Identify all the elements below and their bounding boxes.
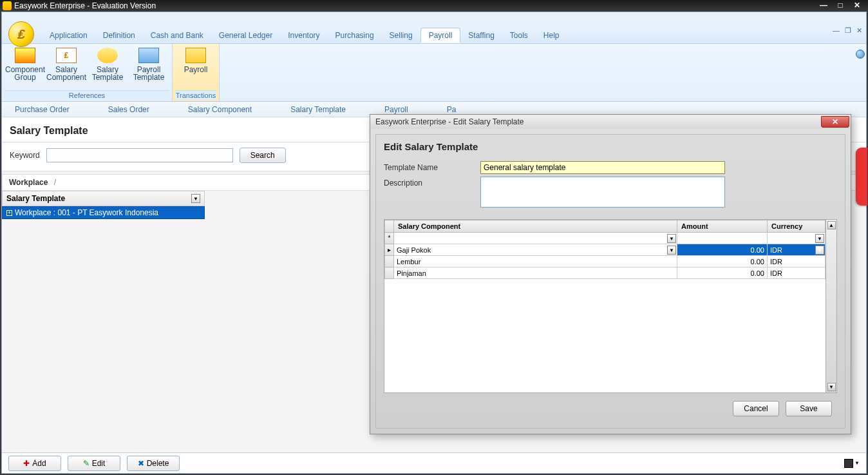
delete-button[interactable]: ✖Delete bbox=[127, 456, 180, 471]
edit-salary-template-dialog: Easywork Enterprise - Edit Salary Templa… bbox=[370, 114, 851, 434]
menu-purchasing[interactable]: Purchasing bbox=[328, 28, 382, 43]
chevron-down-icon[interactable]: ▼ bbox=[667, 234, 676, 243]
cell-amount[interactable]: 0.00 bbox=[677, 244, 768, 256]
grid-row[interactable]: Pinjaman0.00IDR bbox=[385, 267, 826, 279]
cell-component[interactable]: Pinjaman bbox=[394, 267, 677, 279]
ribbon-group-label: Transactions bbox=[175, 90, 216, 100]
template-name-label: Template Name bbox=[384, 161, 480, 172]
tree-row-label: Workplace : 001 - PT Easywork Indonesia bbox=[15, 208, 158, 217]
keyword-label: Keyword bbox=[10, 151, 40, 160]
cell-currency[interactable]: IDR bbox=[768, 267, 826, 279]
chevron-down-icon[interactable]: ▼ bbox=[191, 194, 200, 203]
expand-icon[interactable]: + bbox=[6, 210, 12, 216]
minimize-button[interactable]: — bbox=[815, 1, 832, 11]
disk-icon bbox=[844, 459, 853, 468]
maximize-button[interactable]: □ bbox=[832, 1, 849, 11]
ribbon-groups: ComponentGroupSalaryComponentSalaryTempl… bbox=[2, 44, 866, 102]
description-label: Description bbox=[384, 177, 480, 188]
doc-tab-sales-order[interactable]: Sales Order bbox=[108, 105, 149, 114]
ribbon-group-transactions: PayrollTransactions bbox=[173, 44, 220, 101]
grid-col-component[interactable]: Salary Component bbox=[394, 220, 677, 233]
ribbon-group-label: References bbox=[5, 90, 169, 100]
ribbon-payroll[interactable]: Payroll bbox=[175, 45, 216, 90]
app-frame: ₤ — ❐ ✕ ApplicationDefinitionCash and Ba… bbox=[1, 12, 867, 474]
ribbon-top bbox=[2, 12, 866, 28]
salary-component-icon bbox=[56, 48, 77, 63]
menu-help[interactable]: Help bbox=[536, 28, 567, 43]
tree-row-workplace[interactable]: + Workplace : 001 - PT Easywork Indonesi… bbox=[2, 206, 205, 219]
doc-tab-pa[interactable]: Pa bbox=[447, 105, 457, 114]
inner-close-icon[interactable]: ✕ bbox=[856, 26, 862, 35]
grid-new-row[interactable]: * ▼ ▼ bbox=[385, 233, 826, 244]
close-button[interactable]: ✕ bbox=[849, 1, 865, 11]
menu-general-ledger[interactable]: General Ledger bbox=[211, 28, 280, 43]
menu-cash-and-bank[interactable]: Cash and Bank bbox=[143, 28, 211, 43]
inner-restore-icon[interactable]: ❐ bbox=[845, 26, 851, 35]
menu-definition[interactable]: Definition bbox=[95, 28, 143, 43]
menu-application[interactable]: Application bbox=[42, 28, 95, 43]
description-input[interactable] bbox=[480, 177, 725, 208]
doc-tab-payroll[interactable]: Payroll bbox=[384, 105, 408, 114]
payroll-icon bbox=[185, 48, 206, 63]
feedback-side-tab[interactable] bbox=[856, 148, 867, 206]
grid-col-currency[interactable]: Currency bbox=[768, 220, 826, 233]
search-button[interactable]: Search bbox=[240, 148, 286, 163]
menu-staffing[interactable]: Staffing bbox=[460, 28, 502, 43]
component-group-icon bbox=[15, 48, 35, 63]
edit-button[interactable]: ✎Edit bbox=[68, 456, 120, 471]
dialog-heading: Edit Salary Template bbox=[384, 139, 837, 159]
scroll-down-icon[interactable]: ▼ bbox=[827, 383, 836, 391]
breadcrumb-sep: / bbox=[50, 178, 60, 187]
menu-tools[interactable]: Tools bbox=[502, 28, 536, 43]
doc-tab-purchase-order[interactable]: Purchase Order bbox=[15, 105, 70, 114]
cancel-button[interactable]: Cancel bbox=[733, 401, 779, 416]
ribbon-group-references: ComponentGroupSalaryComponentSalaryTempl… bbox=[2, 44, 173, 101]
template-name-input[interactable] bbox=[480, 161, 725, 174]
cell-amount[interactable]: 0.00 bbox=[677, 256, 768, 267]
grid-col-amount[interactable]: Amount bbox=[677, 220, 768, 233]
ribbon-salary-component[interactable]: SalaryComponent bbox=[46, 45, 87, 90]
breadcrumb-root: Workplace bbox=[9, 178, 48, 187]
grid-rowheader bbox=[385, 220, 394, 233]
ribbon-salary-template[interactable]: SalaryTemplate bbox=[87, 45, 128, 90]
grid-row[interactable]: Lembur0.00IDR bbox=[385, 256, 826, 267]
menu-payroll[interactable]: Payroll bbox=[420, 28, 461, 43]
grid-scrollbar[interactable]: ▲ ▼ bbox=[826, 220, 836, 393]
chevron-down-icon[interactable]: ▼ bbox=[667, 246, 676, 255]
chevron-down-icon[interactable]: ▼ bbox=[815, 246, 824, 255]
row-marker bbox=[385, 256, 394, 267]
grid-row[interactable]: ▸Gaji Pokok▼0.00IDR▼ bbox=[385, 244, 826, 256]
delete-label: Delete bbox=[147, 459, 169, 468]
bottom-toolbar: ✚Add ✎Edit ✖Delete ▼ bbox=[2, 452, 866, 473]
chevron-down-icon[interactable]: ▼ bbox=[815, 234, 824, 243]
inner-minimize-icon[interactable]: — bbox=[833, 26, 840, 35]
app-menu-button[interactable]: ₤ bbox=[8, 21, 34, 47]
salary-component-grid: Salary Component Amount Currency * ▼ ▼ bbox=[384, 219, 837, 393]
ribbon-component-group[interactable]: ComponentGroup bbox=[5, 45, 46, 90]
add-label: Add bbox=[32, 459, 46, 468]
doc-tab-salary-template[interactable]: Salary Template bbox=[290, 105, 346, 114]
chevron-down-icon: ▼ bbox=[854, 460, 860, 466]
menu-selling[interactable]: Selling bbox=[382, 28, 420, 43]
doc-tab-salary-component[interactable]: Salary Component bbox=[188, 105, 252, 114]
save-split-button[interactable]: ▼ bbox=[844, 459, 860, 468]
cell-component[interactable]: Lembur bbox=[394, 256, 677, 267]
row-marker: ▸ bbox=[385, 244, 394, 256]
dialog-close-button[interactable]: ✕ bbox=[821, 116, 849, 128]
dialog-title-text: Easywork Enterprise - Edit Salary Templa… bbox=[375, 117, 524, 126]
save-button[interactable]: Save bbox=[786, 401, 832, 416]
cell-currency[interactable]: IDR bbox=[768, 256, 826, 267]
menu-strip: ApplicationDefinitionCash and BankGenera… bbox=[2, 28, 866, 44]
scroll-up-icon[interactable]: ▲ bbox=[827, 221, 836, 229]
keyword-input[interactable] bbox=[46, 148, 233, 162]
add-button[interactable]: ✚Add bbox=[8, 456, 61, 471]
help-icon[interactable] bbox=[856, 50, 865, 59]
menu-inventory[interactable]: Inventory bbox=[280, 28, 327, 43]
dialog-titlebar[interactable]: Easywork Enterprise - Edit Salary Templa… bbox=[370, 115, 851, 129]
tree-header[interactable]: Salary Template ▼ bbox=[2, 191, 205, 206]
cell-currency[interactable]: IDR▼ bbox=[768, 244, 826, 256]
cell-amount[interactable]: 0.00 bbox=[677, 267, 768, 279]
row-marker bbox=[385, 267, 394, 279]
ribbon-payroll-template[interactable]: PayrollTemplate bbox=[128, 45, 169, 90]
cell-component[interactable]: Gaji Pokok▼ bbox=[394, 244, 677, 256]
